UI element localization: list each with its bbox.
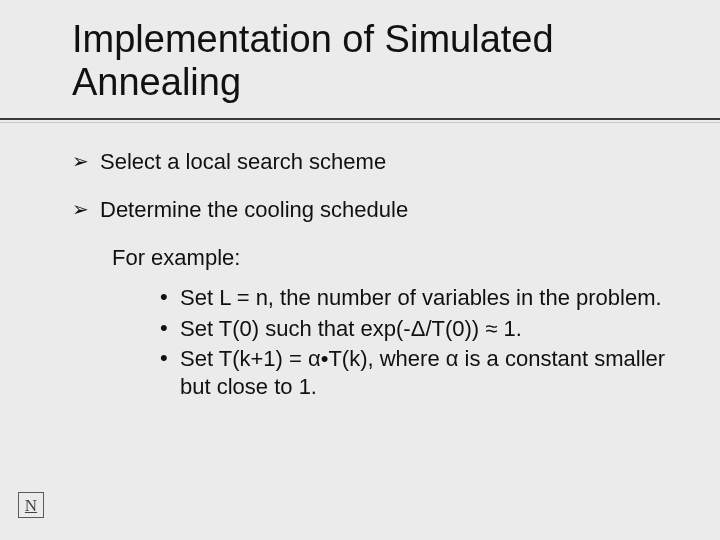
arrow-icon: ➢ <box>72 148 94 175</box>
bullet-dot-icon: • <box>160 284 180 310</box>
sub-bullet-text: Set T(0) such that exp(-Δ/T(0)) ≈ 1. <box>180 315 672 343</box>
bullet-dot-icon: • <box>160 345 180 371</box>
slide-title: Implementation of Simulated Annealing <box>72 18 662 103</box>
title-underline <box>0 118 720 120</box>
sub-bullet-text: Set L = n, the number of variables in th… <box>180 284 672 312</box>
logo-letter: N <box>25 497 37 514</box>
sub-bullet-item: • Set T(0) such that exp(-Δ/T(0)) ≈ 1. <box>160 315 672 343</box>
logo-badge: N <box>18 492 44 518</box>
bullet-dot-icon: • <box>160 315 180 341</box>
bullet-item: ➢ Determine the cooling schedule <box>72 196 672 224</box>
sub-bullet-list: • Set L = n, the number of variables in … <box>160 284 672 401</box>
slide-body: ➢ Select a local search scheme ➢ Determi… <box>72 148 672 403</box>
bullet-item: ➢ Select a local search scheme <box>72 148 672 176</box>
sub-bullet-item: • Set L = n, the number of variables in … <box>160 284 672 312</box>
bullet-text: Determine the cooling schedule <box>100 196 408 224</box>
sub-bullet-text: Set T(k+1) = α•T(k), where α is a consta… <box>180 345 672 401</box>
example-label: For example: <box>112 244 672 272</box>
bullet-text: Select a local search scheme <box>100 148 386 176</box>
arrow-icon: ➢ <box>72 196 94 223</box>
slide: Implementation of Simulated Annealing ➢ … <box>0 0 720 540</box>
sub-bullet-item: • Set T(k+1) = α•T(k), where α is a cons… <box>160 345 672 401</box>
